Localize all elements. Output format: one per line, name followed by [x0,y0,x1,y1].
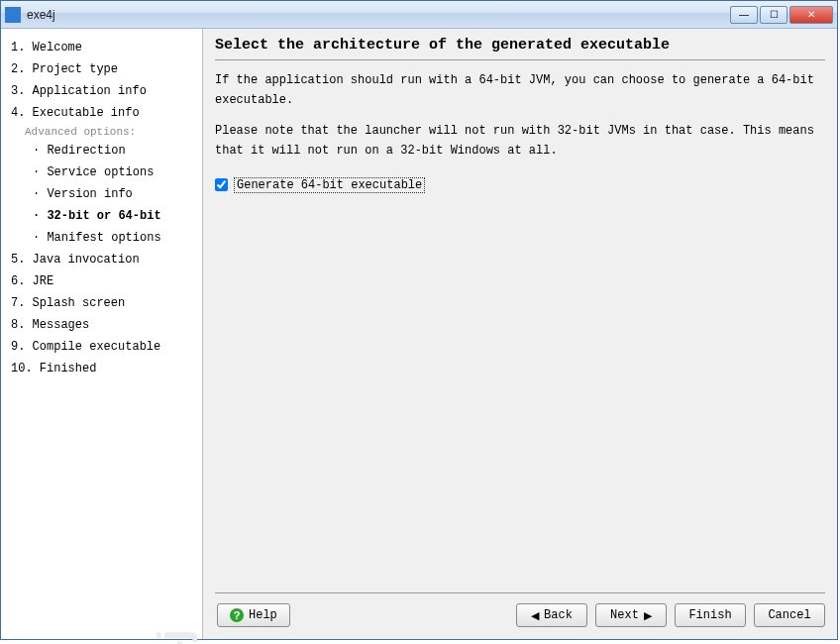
sidebar-item-jre[interactable]: 6. JRE [11,270,198,292]
generate-64bit-label[interactable]: Generate 64-bit executable [234,177,425,193]
window-title: exe4j [27,8,728,22]
app-icon [5,7,21,23]
sidebar-item-finished[interactable]: 10. Finished [11,358,198,379]
sidebar-item-splash[interactable]: 7. Splash screen [11,292,198,314]
description-1: If the application should run with a 64-… [215,70,825,111]
sidebar-item-exe-info[interactable]: 4. Executable info [11,102,198,124]
footer-buttons: ◀Back Next▶ Finish Cancel [516,603,825,627]
sidebar-item-compile[interactable]: 9. Compile executable [11,336,198,358]
sidebar-sub-manifest[interactable]: · Manifest options [11,227,198,249]
sidebar-advanced-header: Advanced options: [11,124,198,140]
window-controls: — ☐ ✕ [728,6,833,24]
titlebar: exe4j — ☐ ✕ [1,1,837,29]
sidebar-item-messages[interactable]: 8. Messages [11,314,198,336]
sidebar-sub-32-64-bit[interactable]: · 32-bit or 64-bit [11,205,198,227]
watermark: exe4j [149,629,198,644]
sidebar-item-project-type[interactable]: 2. Project type [11,58,198,80]
sidebar-item-java-invocation[interactable]: 5. Java invocation [11,249,198,270]
arrow-right-icon: ▶ [644,609,652,622]
maximize-button[interactable]: ☐ [760,6,788,24]
sidebar-item-app-info[interactable]: 3. Application info [11,80,198,102]
footer: ? Help ◀Back Next▶ Finish Cancel [215,592,825,639]
description-2: Please note that the launcher will not r… [215,121,825,161]
sidebar-item-welcome[interactable]: 1. Welcome [11,37,198,58]
help-icon: ? [230,608,244,622]
main-panel: Select the architecture of the generated… [203,29,837,639]
close-button[interactable]: ✕ [789,6,833,24]
finish-button[interactable]: Finish [675,603,746,627]
cancel-button[interactable]: Cancel [754,603,825,627]
page-title: Select the architecture of the generated… [215,37,825,60]
sidebar-sub-version-info[interactable]: · Version info [11,183,198,205]
sidebar: 1. Welcome 2. Project type 3. Applicatio… [1,29,203,639]
minimize-button[interactable]: — [730,6,758,24]
help-button[interactable]: ? Help [217,603,290,627]
checkbox-row: Generate 64-bit executable [215,177,825,193]
main-window: exe4j — ☐ ✕ 1. Welcome 2. Project type 3… [0,0,838,640]
arrow-left-icon: ◀ [531,609,539,622]
sidebar-sub-service-options[interactable]: · Service options [11,161,198,183]
back-button[interactable]: ◀Back [516,603,587,627]
next-button[interactable]: Next▶ [595,603,667,627]
sidebar-sub-redirection[interactable]: · Redirection [11,140,198,161]
content-area: 1. Welcome 2. Project type 3. Applicatio… [1,29,837,639]
generate-64bit-checkbox[interactable] [215,178,228,191]
